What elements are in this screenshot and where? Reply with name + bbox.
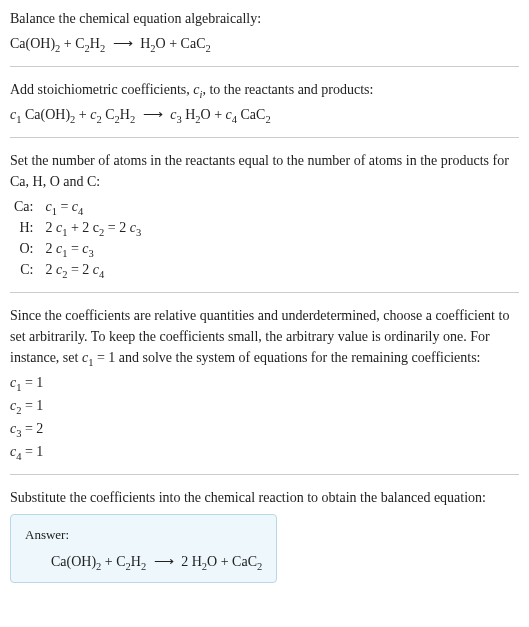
solved-line: c4 = 1	[10, 441, 519, 462]
solved-line: c3 = 2	[10, 418, 519, 439]
species-3a: H	[182, 107, 196, 122]
equals: =	[57, 199, 72, 214]
arrow-icon: ⟶	[154, 551, 174, 572]
element-label: Ca:	[10, 196, 41, 217]
arrow-icon: ⟶	[143, 104, 163, 125]
coef-val: = 1	[21, 444, 43, 459]
product-1b-sub: 2	[257, 560, 262, 571]
element-label: H:	[10, 217, 41, 238]
table-row: Ca: c1 = c4	[10, 196, 145, 217]
substitute-text: Substitute the coefficients into the che…	[10, 487, 519, 508]
balanced-equation: Ca(OH)2 + C2H2 ⟶ 2 H2O + CaC2	[25, 551, 262, 572]
species-2b: H	[120, 107, 130, 122]
section-solve: Since the coefficients are relative quan…	[10, 305, 519, 462]
reactant-2b: H	[90, 36, 100, 51]
reactant-2b-sub: 2	[141, 560, 146, 571]
text-part: = 1 and solve the system of equations fo…	[93, 350, 480, 365]
solved-line: c1 = 1	[10, 372, 519, 393]
coef-equation: c1 Ca(OH)2 + c2 C2H2 ⟶ c3 H2O + c4 CaC2	[10, 104, 519, 125]
term-sub: 3	[89, 248, 94, 259]
reactant-1: Ca(OH)	[10, 36, 55, 51]
reactant-2b: H	[131, 554, 141, 569]
section-balance-intro: Balance the chemical equation algebraica…	[10, 8, 519, 54]
reactant-1: Ca(OH)	[51, 554, 96, 569]
species-1: Ca(OH)	[21, 107, 70, 122]
species-3b: O +	[201, 107, 226, 122]
divider	[10, 292, 519, 293]
term-sub: 3	[136, 227, 141, 238]
solve-text: Since the coefficients are relative quan…	[10, 305, 519, 368]
term-pre: 2	[45, 220, 56, 235]
reactant-2a: C	[116, 554, 125, 569]
answer-box: Answer: Ca(OH)2 + C2H2 ⟶ 2 H2O + CaC2	[10, 514, 277, 583]
plus: +	[101, 554, 116, 569]
term: + 2 c	[67, 220, 99, 235]
divider	[10, 66, 519, 67]
section-atom-balance: Set the number of atoms in the reactants…	[10, 150, 519, 280]
balance-eq: 2 c2 = 2 c4	[41, 259, 145, 280]
product-1b: O + CaC	[207, 554, 257, 569]
species-4: CaC	[237, 107, 265, 122]
divider	[10, 137, 519, 138]
product-1a: H	[140, 36, 150, 51]
element-label: C:	[10, 259, 41, 280]
equals: =	[67, 241, 82, 256]
product-1a: H	[192, 554, 202, 569]
equals: = 2	[67, 262, 92, 277]
reactant-2a: C	[75, 36, 84, 51]
plus: +	[60, 36, 75, 51]
product-1b: O + CaC	[156, 36, 206, 51]
species-2b-sub: 2	[130, 114, 135, 125]
balance-eq: c1 = c4	[41, 196, 145, 217]
solved-line: c2 = 1	[10, 395, 519, 416]
balance-eq: 2 c1 + 2 c2 = 2 c3	[41, 217, 145, 238]
intro-title: Balance the chemical equation algebraica…	[10, 8, 519, 29]
coef-val: = 1	[21, 398, 43, 413]
divider	[10, 474, 519, 475]
section-add-coefficients: Add stoichiometric coefficients, ci, to …	[10, 79, 519, 125]
solved-values: c1 = 1 c2 = 1 c3 = 2 c4 = 1	[10, 372, 519, 462]
balance-table: Ca: c1 = c4 H: 2 c1 + 2 c2 = 2 c3 O: 2 c…	[10, 196, 145, 280]
term-sub: 4	[99, 269, 104, 280]
table-row: H: 2 c1 + 2 c2 = 2 c3	[10, 217, 145, 238]
arrow-icon: ⟶	[113, 33, 133, 54]
section-answer: Substitute the coefficients into the che…	[10, 487, 519, 583]
term-pre: 2	[45, 241, 56, 256]
answer-label: Answer:	[25, 525, 262, 545]
product-coef: 2	[178, 554, 192, 569]
product-1b-sub: 2	[206, 43, 211, 54]
table-row: O: 2 c1 = c3	[10, 238, 145, 259]
coef-val: = 1	[21, 375, 43, 390]
unbalanced-equation: Ca(OH)2 + C2H2 ⟶ H2O + CaC2	[10, 33, 519, 54]
species-2a: C	[102, 107, 115, 122]
species-4-sub: 2	[265, 114, 270, 125]
coef-val: = 2	[21, 421, 43, 436]
term-sub: 4	[78, 206, 83, 217]
balance-eq: 2 c1 = c3	[41, 238, 145, 259]
equals: = 2	[104, 220, 129, 235]
add-coef-title: Add stoichiometric coefficients, ci, to …	[10, 79, 519, 100]
reactant-2b-sub: 2	[100, 43, 105, 54]
text-part: Add stoichiometric coefficients,	[10, 82, 193, 97]
atom-balance-title: Set the number of atoms in the reactants…	[10, 150, 519, 192]
term-pre: 2	[45, 262, 56, 277]
element-label: O:	[10, 238, 41, 259]
text-part: , to the reactants and products:	[202, 82, 373, 97]
plus: +	[75, 107, 90, 122]
table-row: C: 2 c2 = 2 c4	[10, 259, 145, 280]
